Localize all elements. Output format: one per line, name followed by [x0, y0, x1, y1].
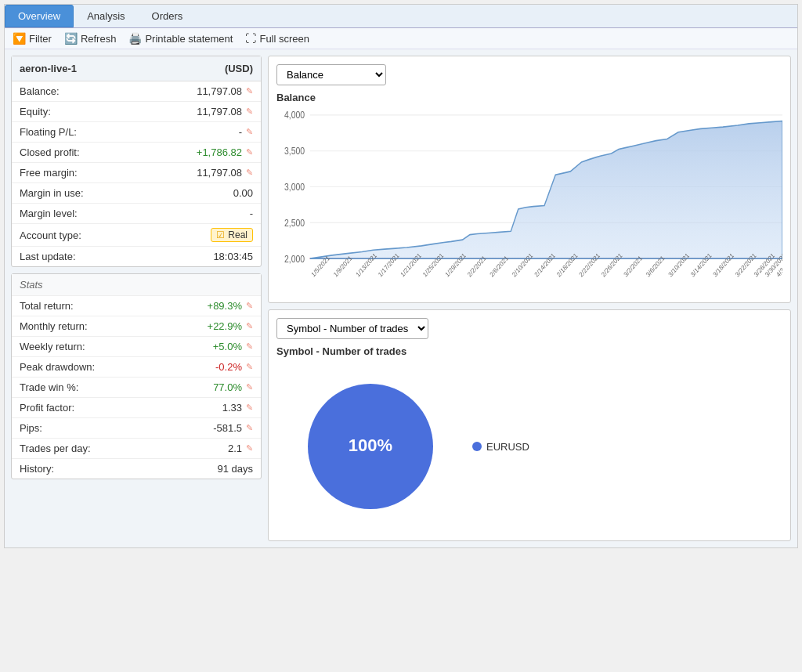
history-label: History: [20, 463, 54, 475]
monthly-return-value-group: +22.9% ✎ [208, 320, 253, 332]
filter-icon: 🔽 [13, 32, 26, 45]
weekly-return-label: Weekly return: [20, 341, 85, 352]
account-type-value-group: ☑ Real [211, 228, 253, 242]
legend-eurusd-dot [472, 442, 482, 451]
balance-label: Balance: [20, 85, 60, 97]
account-card: aeron-live-1 (USD) Balance: 11,797.08 ✎ … [11, 56, 262, 267]
stats-card: Stats Total return: +89.3% ✎ Monthly ret… [11, 273, 262, 479]
balance-row: Balance: 11,797.08 ✎ [12, 81, 261, 102]
free-margin-label: Free margin: [20, 167, 78, 179]
pie-chart-container: 100% EURUSD [276, 360, 782, 533]
svg-text:2,500: 2,500 [284, 218, 305, 228]
equity-edit-icon[interactable]: ✎ [246, 107, 253, 117]
balance-dropdown-row: Balance Equity Floating P/L [276, 64, 782, 85]
tab-orders[interactable]: Orders [139, 5, 197, 27]
print-icon: 🖨️ [128, 32, 142, 45]
left-panel: aeron-live-1 (USD) Balance: 11,797.08 ✎ … [11, 56, 262, 541]
equity-row: Equity: 11,797.08 ✎ [12, 102, 261, 122]
total-return-edit-icon[interactable]: ✎ [246, 301, 253, 311]
pips-value: -581.5 [213, 422, 242, 434]
equity-value-group: 11,797.08 ✎ [197, 106, 253, 117]
trade-win-label: Trade win %: [20, 381, 78, 393]
margin-level-value-group: - [250, 208, 253, 219]
weekly-return-row: Weekly return: +5.0% ✎ [12, 337, 261, 357]
balance-edit-icon[interactable]: ✎ [246, 86, 253, 96]
free-margin-value: 11,797.08 [197, 167, 242, 179]
profit-factor-label: Profit factor: [20, 402, 74, 414]
peak-drawdown-edit-icon[interactable]: ✎ [246, 362, 253, 372]
tab-bar: Overview Analysis Orders [5, 5, 797, 28]
balance-chart-svg: 4,000 3,500 3,000 2,500 2,000 [276, 107, 782, 294]
profit-factor-value: 1.33 [222, 402, 242, 414]
floating-pl-row: Floating P/L: - ✎ [12, 122, 261, 143]
equity-value: 11,797.08 [197, 106, 242, 117]
margin-in-use-row: Margin in use: 0.00 [12, 183, 261, 204]
balance-chart-dropdown[interactable]: Balance Equity Floating P/L [276, 64, 386, 85]
weekly-return-value: +5.0% [213, 341, 242, 352]
closed-profit-value: +1,786.82 [197, 146, 242, 158]
trade-win-edit-icon[interactable]: ✎ [246, 382, 253, 392]
refresh-icon: 🔄 [64, 32, 78, 45]
svg-text:3,000: 3,000 [284, 182, 305, 192]
legend-eurusd: EURUSD [472, 441, 529, 453]
balance-value-group: 11,797.08 ✎ [197, 85, 253, 97]
margin-level-row: Margin level: - [12, 204, 261, 224]
refresh-button[interactable]: 🔄 Refresh [64, 32, 117, 45]
trades-per-day-value-group: 2.1 ✎ [228, 443, 253, 454]
account-type-label: Account type: [20, 229, 81, 241]
closed-profit-value-group: +1,786.82 ✎ [197, 146, 253, 158]
monthly-return-edit-icon[interactable]: ✎ [246, 321, 253, 331]
monthly-return-value: +22.9% [208, 320, 242, 332]
pie-chart-dropdown[interactable]: Symbol - Number of trades Symbol - Volum… [276, 318, 428, 339]
free-margin-value-group: 11,797.08 ✎ [197, 167, 253, 179]
last-update-row: Last update: 18:03:45 [12, 247, 261, 266]
profit-factor-value-group: 1.33 ✎ [222, 402, 253, 414]
svg-text:4,000: 4,000 [284, 110, 305, 121]
account-type-value: Real [228, 229, 247, 240]
monthly-return-row: Monthly return: +22.9% ✎ [12, 316, 261, 337]
closed-profit-row: Closed profit: +1,786.82 ✎ [12, 143, 261, 163]
trades-per-day-edit-icon[interactable]: ✎ [246, 443, 253, 453]
equity-label: Equity: [20, 106, 51, 117]
history-value-group: 91 days [217, 463, 253, 475]
toolbar: 🔽 Filter 🔄 Refresh 🖨️ Printable statemen… [5, 28, 797, 49]
svg-text:100%: 100% [349, 435, 392, 455]
main-content: aeron-live-1 (USD) Balance: 11,797.08 ✎ … [5, 49, 797, 547]
tab-analysis[interactable]: Analysis [74, 5, 138, 27]
account-type-badge: ☑ Real [211, 228, 253, 242]
margin-in-use-value: 0.00 [233, 187, 253, 199]
fullscreen-button[interactable]: ⛶ Full screen [245, 32, 309, 45]
pips-edit-icon[interactable]: ✎ [246, 423, 253, 433]
account-type-row: Account type: ☑ Real [12, 224, 261, 247]
stats-section-label: Stats [12, 274, 261, 296]
free-margin-edit-icon[interactable]: ✎ [246, 168, 253, 178]
weekly-return-edit-icon[interactable]: ✎ [246, 341, 253, 352]
tab-overview[interactable]: Overview [5, 5, 74, 27]
closed-profit-edit-icon[interactable]: ✎ [246, 147, 253, 157]
account-currency: (USD) [225, 63, 253, 74]
floating-pl-edit-icon[interactable]: ✎ [246, 127, 253, 137]
margin-in-use-label: Margin in use: [20, 187, 84, 199]
history-value: 91 days [217, 463, 253, 475]
floating-pl-value-group: - ✎ [239, 126, 253, 138]
pie-chart-card: Symbol - Number of trades Symbol - Volum… [268, 309, 791, 541]
svg-text:2,000: 2,000 [284, 254, 305, 264]
main-container: Overview Analysis Orders 🔽 Filter 🔄 Refr… [4, 4, 798, 548]
trades-per-day-label: Trades per day: [20, 443, 91, 454]
fullscreen-icon: ⛶ [245, 32, 256, 45]
pie-chart-svg: 100% [292, 368, 449, 525]
weekly-return-value-group: +5.0% ✎ [213, 341, 253, 352]
last-update-value-group: 18:03:45 [213, 251, 253, 262]
svg-text:3,500: 3,500 [284, 146, 305, 156]
peak-drawdown-value: -0.2% [215, 361, 242, 373]
last-update-label: Last update: [20, 251, 76, 262]
profit-factor-edit-icon[interactable]: ✎ [246, 403, 253, 413]
filter-button[interactable]: 🔽 Filter [13, 32, 52, 45]
margin-level-label: Margin level: [20, 208, 78, 219]
trades-per-day-row: Trades per day: 2.1 ✎ [12, 439, 261, 459]
history-row: History: 91 days [12, 459, 261, 479]
print-button[interactable]: 🖨️ Printable statement [128, 32, 233, 45]
real-checkbox-icon: ☑ [216, 229, 225, 240]
margin-level-value: - [250, 208, 253, 219]
account-card-header: aeron-live-1 (USD) [12, 56, 261, 81]
